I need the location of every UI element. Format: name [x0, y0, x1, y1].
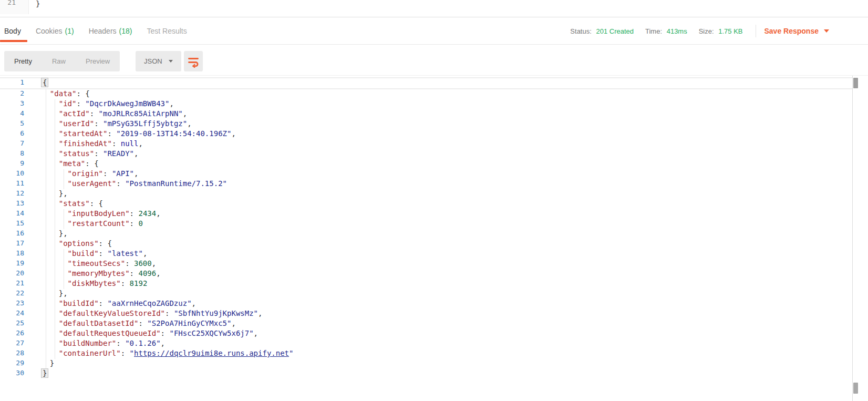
line-number: 27	[0, 339, 24, 349]
code-line: 30}	[0, 369, 852, 379]
time-indicator: Time: 413ms	[645, 27, 687, 35]
line-number: 16	[0, 229, 24, 239]
code-line: 14"inputBodyLen": 2434,	[0, 209, 852, 219]
indent-guide	[50, 309, 59, 319]
code-line: 12},	[0, 189, 852, 199]
indent-guide	[41, 259, 50, 269]
line-number: 21	[0, 279, 24, 289]
line-content: "buildNumber": "0.1.26",	[24, 339, 852, 349]
line-number: 15	[0, 219, 24, 229]
line-number: 10	[0, 169, 24, 179]
line-number: 9	[0, 159, 24, 169]
code-line: 8"status": "READY",	[0, 149, 852, 159]
line-number: 5	[0, 119, 24, 129]
line-number: 19	[0, 259, 24, 269]
indent-guide	[41, 249, 50, 259]
tab-headers[interactable]: Headers(18)	[89, 18, 132, 44]
line-number: 20	[0, 269, 24, 279]
line-number: 12	[0, 189, 24, 199]
line-number: 17	[0, 239, 24, 249]
indent-guide	[50, 259, 59, 269]
indent-guide	[50, 159, 59, 169]
line-number: 26	[0, 329, 24, 339]
line-content: "diskMbytes": 8192	[24, 279, 852, 289]
line-content: "startedAt": "2019-08-13T14:54:40.196Z",	[24, 129, 852, 139]
line-number: 7	[0, 139, 24, 149]
container-url-link[interactable]: https://dqclr9uimi8e.runs.apify.net	[134, 349, 289, 357]
indent-guide	[50, 239, 59, 249]
response-body-viewer[interactable]: 1{2"data": {3"id": "DqcrDkAwegJmBWB43",4…	[0, 75, 868, 401]
line-content: "memoryMbytes": 4096,	[24, 269, 852, 279]
line-content: "userAgent": "PostmanRuntime/7.15.2"	[24, 179, 852, 189]
code-line: 11"userAgent": "PostmanRuntime/7.15.2"	[0, 179, 852, 189]
save-response-button[interactable]: Save Response	[764, 27, 830, 35]
tab-body-label: Body	[4, 27, 21, 35]
indent-guide	[50, 289, 59, 299]
indent-guide	[41, 169, 50, 179]
tab-test-results[interactable]: Test Results	[147, 18, 187, 44]
status-value: 201 Created	[596, 27, 634, 35]
editor-scrollbar-thumb[interactable]	[853, 78, 858, 88]
tab-body[interactable]: Body	[4, 18, 21, 44]
postman-response-panel: 21 } Body Cookies(1) Headers(18) Test Re…	[0, 0, 868, 401]
indent-guide	[59, 179, 68, 189]
code-line: 22},	[0, 289, 852, 299]
indent-guide	[50, 349, 59, 359]
code-line: 21"diskMbytes": 8192	[0, 279, 852, 289]
indent-guide	[41, 339, 50, 349]
response-tabs: Body Cookies(1) Headers(18) Test Results	[4, 18, 202, 44]
line-content: "userId": "mPSyG35Lffj5ybtgz",	[24, 119, 852, 129]
indent-guide	[50, 279, 59, 289]
indent-guide	[41, 309, 50, 319]
line-content: "meta": {	[24, 159, 852, 169]
divider	[756, 25, 756, 37]
line-number: 8	[0, 149, 24, 159]
indent-guide	[59, 219, 68, 229]
code-line: 15"restartCount": 0	[0, 219, 852, 229]
response-body-toolbar: Pretty Raw Preview JSON	[0, 45, 868, 75]
indent-guide	[41, 329, 50, 339]
line-number: 4	[0, 109, 24, 119]
code-line: 4"actId": "moJRLRc85AitArpNN",	[0, 109, 852, 119]
line-content: "inputBodyLen": 2434,	[24, 209, 852, 219]
indent-guide	[50, 229, 59, 239]
response-meta: Status: 201 Created Time: 413ms Size: 1.…	[559, 18, 829, 44]
panel-scrollbar-thumb[interactable]	[853, 383, 858, 394]
request-editor-tail[interactable]: 21 }	[0, 0, 868, 17]
indent-guide	[41, 279, 50, 289]
request-editor-line-number: 21	[0, 0, 29, 14]
line-content: "defaultRequestQueueId": "FHscC25XQCYw5x…	[24, 329, 852, 339]
code-line: 16},	[0, 229, 852, 239]
indent-guide	[50, 139, 59, 149]
line-content: "data": {	[24, 89, 852, 99]
indent-guide	[50, 99, 59, 109]
indent-guide	[41, 289, 50, 299]
line-content: "stats": {	[24, 199, 852, 209]
indent-guide	[50, 299, 59, 309]
code-line: 17"options": {	[0, 239, 852, 249]
indent-guide	[50, 149, 59, 159]
code-line: 6"startedAt": "2019-08-13T14:54:40.196Z"…	[0, 129, 852, 139]
line-content: "finishedAt": null,	[24, 139, 852, 149]
indent-guide	[50, 249, 59, 259]
headers-count-badge: (18)	[119, 27, 132, 35]
code-line: 18"build": "latest",	[0, 249, 852, 259]
indent-guide	[59, 169, 68, 179]
indent-guide	[41, 359, 50, 369]
indent-guide	[41, 209, 50, 219]
indent-guide	[41, 159, 50, 169]
line-number: 1	[0, 78, 24, 88]
code-line: 26"defaultRequestQueueId": "FHscC25XQCYw…	[0, 329, 852, 339]
indent-guide	[50, 269, 59, 279]
indent-guide	[41, 349, 50, 359]
line-number: 30	[0, 369, 24, 379]
indent-guide	[41, 119, 50, 129]
code-line: 1{	[0, 77, 852, 89]
line-content: "status": "READY",	[24, 149, 852, 159]
line-content: }	[24, 359, 852, 369]
code-line: 27"buildNumber": "0.1.26",	[0, 339, 852, 349]
indent-guide	[41, 199, 50, 209]
tab-cookies[interactable]: Cookies(1)	[36, 18, 74, 44]
code-line: 19"timeoutSecs": 3600,	[0, 259, 852, 269]
indent-guide	[59, 259, 68, 269]
